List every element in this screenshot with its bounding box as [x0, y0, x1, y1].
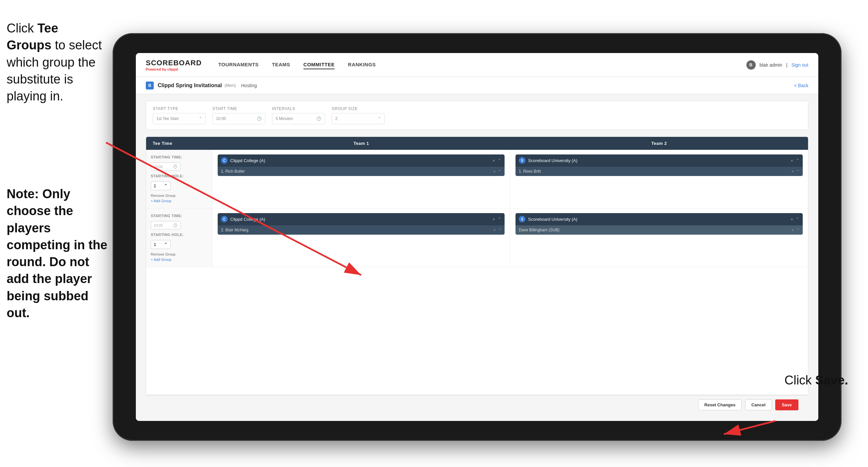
player-chevron-2-1[interactable]: ⌃: [797, 169, 799, 174]
intervals-clock-icon: 🕐: [316, 116, 321, 121]
starting-hole-input-2[interactable]: 1 ⌃: [151, 240, 170, 249]
nav-user: B blair admin | Sign out: [746, 60, 809, 69]
team2-cell-2: S Scoreboard University (A) × ⌃ Dave Bil…: [510, 208, 808, 267]
start-time-input[interactable]: 10:00 🕐: [212, 113, 266, 124]
sub-player-close[interactable]: ×: [792, 228, 794, 232]
starting-time-label-2: STARTING TIME:: [151, 214, 207, 218]
time-cell-1: STARTING TIME: 10:00 🕐 STARTING HOLE: 1 …: [146, 150, 212, 208]
team2-close-2[interactable]: ×: [790, 217, 793, 222]
logo-area: SCOREBOARD Powered by clippd: [146, 59, 202, 71]
tournament-gender: (Men): [225, 83, 236, 88]
team1-icon-1: C: [221, 157, 227, 164]
content-area: Start Type 1st Tee Start ⌃ Start Time 10…: [136, 94, 818, 421]
click-save-text: Click Save.: [784, 373, 848, 387]
team1-header-2: C Clippd College (A) × ⌃: [218, 213, 504, 225]
player-name-2-1: 1. Rees Britt: [519, 169, 789, 174]
nav-separator: |: [786, 62, 787, 68]
instruction-text: Click Tee Groups to select which group t…: [0, 20, 106, 105]
intervals-label: Intervals: [272, 107, 325, 111]
start-type-field: Start Type 1st Tee Start ⌃: [153, 107, 206, 124]
player-close-2-1[interactable]: ×: [792, 169, 794, 174]
team2-card-1: S Scoreboard University (A) × ⌃ 1. Rees …: [516, 154, 803, 176]
team2-chevron-2[interactable]: ⌃: [796, 217, 799, 222]
logo-brand: clippd: [167, 67, 178, 71]
team2-name-1: Scoreboard University (A): [528, 158, 788, 163]
player-name-1-1: 1. Rich Butler: [221, 169, 491, 174]
team2-controls-2: × ⌃: [790, 217, 799, 222]
player-chevron-1-2[interactable]: ⌃: [498, 228, 501, 232]
team2-controls-1: × ⌃: [790, 158, 799, 163]
time-clock-icon-1: 🕐: [173, 165, 178, 169]
team1-icon-2: C: [221, 216, 227, 223]
table-row: STARTING TIME: 10:00 🕐 STARTING HOLE: 1 …: [146, 150, 808, 208]
starting-time-input-1[interactable]: 10:00 🕐: [151, 163, 181, 171]
logo-sub: Powered by clippd: [146, 67, 202, 71]
team1-close-1[interactable]: ×: [492, 158, 495, 163]
nav-teams[interactable]: TEAMS: [272, 60, 290, 69]
start-type-label: Start Type: [153, 107, 206, 111]
remove-group-btn-2[interactable]: Remove Group: [151, 252, 207, 256]
starting-time-input-2[interactable]: 10:05 🕐: [151, 221, 181, 229]
sub-player-chevron[interactable]: ⌃: [797, 228, 799, 232]
nav-items: TOURNAMENTS TEAMS COMMITTEE RANKINGS: [218, 60, 746, 69]
team1-card-2: C Clippd College (A) × ⌃ 2. Blair McHarg: [218, 213, 504, 235]
player-controls-2-1: × ⌃: [792, 169, 799, 174]
time-actions-1: Remove Group + Add Group: [151, 194, 207, 203]
note-text: Note: Only choose the players competing …: [0, 185, 109, 321]
add-group-btn-2[interactable]: + Add Group: [151, 258, 207, 262]
team2-chevron-1[interactable]: ⌃: [796, 158, 799, 163]
nav-username: blair admin: [760, 62, 782, 68]
team2-header-2: S Scoreboard University (A) × ⌃: [516, 213, 803, 225]
save-button[interactable]: Save: [775, 399, 799, 410]
team1-cell-1: C Clippd College (A) × ⌃ 1. Rich Butler: [212, 150, 510, 208]
player-row: 1. Rich Butler × ⌃: [218, 167, 504, 176]
group-size-input[interactable]: 2 ⌃: [332, 113, 385, 124]
nav-rankings[interactable]: RANKINGS: [348, 60, 376, 69]
start-type-input[interactable]: 1st Tee Start ⌃: [153, 113, 206, 124]
add-group-btn-1[interactable]: + Add Group: [151, 199, 207, 203]
player-close-1-2[interactable]: ×: [494, 228, 496, 232]
table-row: STARTING TIME: 10:05 🕐 STARTING HOLE: 1 …: [146, 208, 808, 267]
sign-out-link[interactable]: Sign out: [792, 62, 808, 68]
team1-chevron-1[interactable]: ⌃: [498, 158, 501, 163]
group-size-field: Group Size 2 ⌃: [332, 107, 385, 124]
team1-chevron-2[interactable]: ⌃: [498, 217, 501, 222]
start-time-value: 10:00: [216, 116, 226, 121]
team2-close-1[interactable]: ×: [790, 158, 793, 163]
time-cell-2: STARTING TIME: 10:05 🕐 STARTING HOLE: 1 …: [146, 208, 212, 267]
cancel-button[interactable]: Cancel: [745, 399, 772, 410]
team2-icon-2: S: [519, 216, 525, 223]
team1-close-2[interactable]: ×: [492, 217, 495, 222]
group-size-label: Group Size: [332, 107, 385, 111]
sub-player-name: Dave Billingham (SUB): [519, 228, 789, 232]
starting-time-value-1: 10:00: [154, 165, 163, 169]
start-time-field: Start Time 10:00 🕐: [212, 107, 266, 124]
back-button[interactable]: < Back: [794, 83, 808, 88]
player-controls-1-2: × ⌃: [494, 228, 501, 232]
team1-name-2: Clippd College (A): [230, 217, 490, 222]
col-team2: Team 2: [510, 137, 808, 150]
col-team1: Team 1: [212, 137, 510, 150]
action-bar: Reset Changes Cancel Save: [146, 395, 808, 414]
starting-time-label-1: STARTING TIME:: [151, 155, 207, 159]
intervals-input[interactable]: 5 Minutes 🕐: [272, 113, 325, 124]
tee-groups-bold: Tee Groups: [7, 21, 58, 52]
config-row: Start Type 1st Tee Start ⌃ Start Time 10…: [146, 101, 808, 130]
start-type-value: 1st Tee Start: [156, 116, 179, 121]
reset-button[interactable]: Reset Changes: [698, 399, 742, 410]
remove-group-btn-1[interactable]: Remove Group: [151, 194, 207, 198]
starting-hole-input-1[interactable]: 1 ⌃: [151, 181, 170, 190]
nav-committee[interactable]: COMMITTEE: [304, 60, 335, 69]
team2-header-1: S Scoreboard University (A) × ⌃: [516, 154, 803, 166]
sub-header-logo: B: [146, 82, 154, 89]
tablet-shell: SCOREBOARD Powered by clippd TOURNAMENTS…: [113, 33, 841, 441]
nav-tournaments[interactable]: TOURNAMENTS: [218, 60, 259, 69]
player-close-1-1[interactable]: ×: [494, 169, 496, 174]
time-clock-icon-2: 🕐: [173, 223, 178, 227]
group-size-chevron: ⌃: [378, 116, 381, 121]
tee-table: Tee Time Team 1 Team 2 STARTING TIME: 10…: [146, 137, 808, 395]
team1-cell-2: C Clippd College (A) × ⌃ 2. Blair McHarg: [212, 208, 510, 267]
player-chevron-1-1[interactable]: ⌃: [498, 169, 501, 174]
player-controls-1-1: × ⌃: [494, 169, 501, 174]
hosting-label: Hosting: [241, 83, 257, 88]
